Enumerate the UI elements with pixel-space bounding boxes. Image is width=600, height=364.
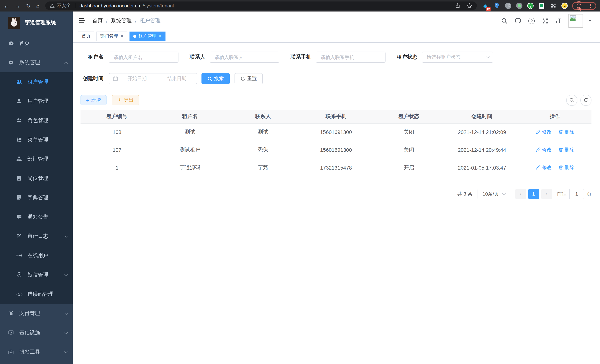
extension-command-icon[interactable]: ⌘: [505, 3, 512, 9]
tenant-name-input[interactable]: [109, 52, 178, 63]
sidebar-item-infra[interactable]: 基础设施: [0, 323, 73, 343]
contact-label: 联系人: [190, 54, 205, 60]
sidebar-item-tenant[interactable]: 租户管理: [0, 72, 73, 92]
page-size-select[interactable]: 10条/页: [478, 189, 510, 199]
search-icon[interactable]: [501, 18, 508, 24]
reset-button[interactable]: 重置: [234, 73, 263, 84]
goto-page-input[interactable]: [569, 189, 584, 199]
sidebar-item-label: 在线用户: [28, 252, 48, 259]
sidebar-item-errcode[interactable]: </> 错误码管理: [0, 285, 73, 304]
sidebar-item-pay[interactable]: ¥ 支付管理: [0, 304, 73, 323]
sidebar-item-dept[interactable]: 部门管理: [0, 149, 73, 169]
sidebar-item-user[interactable]: 用户管理: [0, 92, 73, 111]
cell-contact: 测试: [226, 123, 300, 141]
header: 首页 / 系统管理 / 租户管理 ?: [73, 11, 600, 30]
chevron-down-icon: [64, 272, 68, 276]
browser-home-icon[interactable]: ⌂: [36, 3, 39, 9]
browser-back-icon[interactable]: ←: [4, 3, 9, 9]
pagination: 共 3 条 10条/页 ‹ 1 › 前往 页: [81, 189, 591, 199]
sidebar-item-sms[interactable]: 短信管理: [0, 265, 73, 285]
extension-y-icon[interactable]: y: [527, 3, 534, 9]
profile-avatar-icon[interactable]: [562, 3, 568, 9]
table-header: 租户编号 租户名 联系人 联系手机 租户状态 创建时间 操作: [81, 110, 591, 123]
close-icon[interactable]: ✕: [120, 34, 123, 38]
edit-link[interactable]: 修改: [536, 147, 552, 153]
sidebar-collapse-icon[interactable]: [79, 17, 86, 25]
tags-view-bar: 首页 部门管理 ✕ 租户管理 ✕: [73, 30, 600, 43]
export-button[interactable]: 导出: [112, 95, 139, 105]
extension-balloon-icon[interactable]: [494, 2, 500, 9]
browser-reload-icon[interactable]: ↻: [26, 3, 31, 9]
extension-sheet-icon[interactable]: [539, 2, 545, 9]
chrome-update-button[interactable]: 更新 ⋮: [572, 2, 596, 10]
avatar-dropdown-caret-icon[interactable]: [588, 20, 592, 22]
search-button-label: 搜索: [214, 75, 224, 82]
font-size-icon[interactable]: TT: [555, 18, 562, 24]
user-icon: [16, 98, 22, 104]
sidebar-item-notice[interactable]: 通知公告: [0, 207, 73, 227]
sidebar-item-home[interactable]: 首页: [0, 34, 73, 53]
refresh-table-button[interactable]: [580, 95, 591, 106]
tab-dept[interactable]: 部门管理 ✕: [96, 31, 127, 41]
breadcrumb-current: 租户管理: [140, 18, 161, 24]
extension-diamond-icon[interactable]: ◆ 10: [482, 2, 489, 9]
tab-label: 首页: [82, 33, 91, 39]
goto-label: 前往: [557, 191, 567, 197]
toggle-search-button[interactable]: [566, 95, 577, 106]
sidebar-item-online-users[interactable]: 在线用户: [0, 246, 73, 265]
prev-page-button[interactable]: ‹: [516, 189, 526, 199]
search-button[interactable]: 搜索: [201, 73, 230, 84]
status-label: 租户状态: [397, 54, 417, 60]
status-select[interactable]: 请选择租户状态: [422, 52, 493, 63]
url-path: /system/tenant: [143, 3, 174, 9]
browser-menu-kebab-icon[interactable]: ⋮: [588, 3, 593, 9]
edit-link[interactable]: 修改: [536, 129, 552, 135]
tenant-table: 租户编号 租户名 联系人 联系手机 租户状态 创建时间 操作 108 测试: [81, 110, 591, 177]
sidebar-item-system[interactable]: 系统管理: [0, 53, 73, 72]
bookmark-star-icon[interactable]: [467, 3, 473, 9]
user-avatar[interactable]: [568, 14, 583, 28]
delete-link[interactable]: 删除: [558, 164, 574, 171]
extension-recorder-icon[interactable]: [516, 3, 523, 9]
tab-home[interactable]: 首页: [78, 31, 94, 41]
mobile-input[interactable]: [316, 52, 385, 63]
github-icon[interactable]: [515, 18, 521, 24]
security-label[interactable]: 不安全: [57, 3, 71, 9]
download-icon: [117, 98, 122, 103]
edit-link[interactable]: 修改: [536, 164, 552, 171]
close-icon[interactable]: ✕: [159, 34, 162, 38]
add-button[interactable]: + 新增: [81, 95, 106, 105]
tab-tenant[interactable]: 租户管理 ✕: [130, 31, 166, 41]
sidebar-item-devtools[interactable]: 研发工具: [0, 343, 73, 362]
help-icon[interactable]: ?: [528, 18, 535, 24]
dictionary-icon: [16, 195, 22, 201]
contact-input[interactable]: [210, 52, 279, 63]
next-page-button[interactable]: ›: [541, 189, 552, 199]
cell-status: 关闭: [373, 141, 445, 159]
share-icon[interactable]: [455, 3, 461, 9]
fullscreen-icon[interactable]: [542, 18, 548, 24]
sidebar-item-menu[interactable]: 菜单管理: [0, 130, 73, 149]
breadcrumb-home[interactable]: 首页: [92, 18, 103, 24]
sidebar-item-label: 租户管理: [28, 79, 48, 85]
sidebar-item-label: 角色管理: [28, 117, 48, 124]
sidebar-item-post[interactable]: 岗位管理: [0, 169, 73, 188]
cell-status: 关闭: [373, 123, 445, 141]
tenant-name-label: 租户名: [81, 54, 103, 60]
header-actions: ? TT: [501, 14, 592, 28]
extensions-puzzle-icon[interactable]: [550, 2, 557, 9]
sidebar-item-dict[interactable]: 字典管理: [0, 188, 73, 207]
plus-icon: +: [86, 97, 89, 103]
cell-created: 2021-01-05 17:03:47: [445, 159, 518, 177]
create-time-range-picker[interactable]: 开始日期 - 结束日期: [109, 73, 197, 84]
delete-link[interactable]: 删除: [558, 147, 574, 153]
table-row: 1 芋道源码 芋艿 17321315478 开启 2021-01-05 17:0…: [81, 159, 591, 177]
delete-link[interactable]: 删除: [558, 129, 574, 135]
breadcrumb-system[interactable]: 系统管理: [111, 18, 132, 24]
sidebar-item-role[interactable]: 角色管理: [0, 111, 73, 130]
sidebar-item-audit-log[interactable]: 审计日志: [0, 227, 73, 246]
main-area: 首页 / 系统管理 / 租户管理 ?: [73, 11, 600, 364]
page-1-button[interactable]: 1: [528, 189, 539, 199]
address-bar[interactable]: 不安全 dashboard.yudao.iocoder.cn/system/te…: [45, 1, 477, 10]
browser-forward-icon[interactable]: →: [15, 3, 20, 9]
